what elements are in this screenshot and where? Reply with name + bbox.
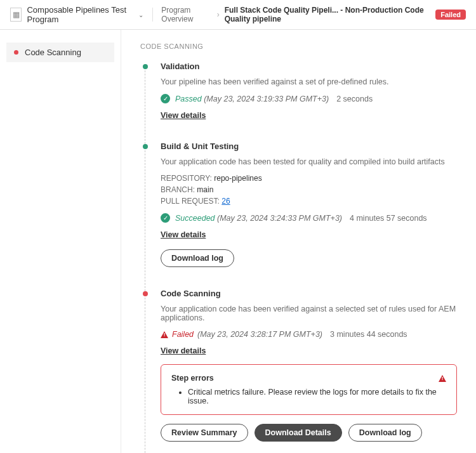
view-details-link[interactable]: View details <box>161 230 206 239</box>
warning-icon <box>161 331 168 338</box>
step-build: Build & Unit Testing Your application co… <box>143 141 457 289</box>
view-details-link[interactable]: View details <box>161 346 206 355</box>
view-details-link[interactable]: View details <box>161 111 206 120</box>
timestamp: (May 23, 2024 3:28:17 PM GMT+3) <box>197 330 322 339</box>
page-body: Code Scanning CODE SCANNING Validation Y… <box>0 30 476 453</box>
timestamp: (May 23, 2024 3:19:33 PM GMT+3) <box>204 95 329 103</box>
download-log-button[interactable]: Download log <box>161 249 234 267</box>
step-errors-box: Step errors Critical metrics failure. Pl… <box>161 364 457 415</box>
status-line: ✓ Succeeded (May 23, 2024 3:24:33 PM GMT… <box>161 213 457 223</box>
status-badge: Failed <box>435 10 466 20</box>
step-desc: Your application code has been tested fo… <box>161 157 457 166</box>
step-code-scanning: Code Scanning Your application code has … <box>143 289 457 453</box>
action-buttons: Review Summary Download Details Download… <box>161 424 457 442</box>
duration: 4 minutes 57 seconds <box>350 214 427 223</box>
check-circle-icon: ✓ <box>161 94 170 103</box>
step-errors-title: Step errors <box>171 374 214 383</box>
step-title: Code Scanning <box>161 289 457 298</box>
app-icon: ▦ <box>10 8 22 22</box>
status-text: Passed <box>175 95 202 103</box>
program-dropdown[interactable]: Composable Pipelines Test Program ⌄ <box>27 5 143 24</box>
section-label: CODE SCANNING <box>140 43 457 50</box>
timeline: Validation Your pipeline has been verifi… <box>143 62 457 453</box>
download-details-button[interactable]: Download Details <box>255 424 342 442</box>
check-circle-icon: ✓ <box>161 213 170 223</box>
download-log-button[interactable]: Download log <box>348 424 422 442</box>
review-summary-button[interactable]: Review Summary <box>161 424 248 442</box>
divider <box>152 8 153 22</box>
error-item: Critical metrics failure. Please review … <box>188 388 446 405</box>
status-text: Failed <box>172 330 194 339</box>
step-desc: Your pipeline has been verified against … <box>161 77 457 86</box>
status-line: Failed (May 23, 2024 3:28:17 PM GMT+3) 3… <box>161 330 457 339</box>
chevron-right-icon: › <box>217 10 220 19</box>
duration: 3 minutes 44 seconds <box>330 330 407 339</box>
duration: 2 seconds <box>336 95 373 103</box>
step-desc: Your application code has been verified … <box>161 305 457 322</box>
meta-pull-request: PULL REQUEST: 26 <box>161 197 457 206</box>
timestamp: (May 23, 2024 3:24:33 PM GMT+3) <box>217 214 342 223</box>
program-name: Composable Pipelines Test Program <box>27 5 135 24</box>
sidebar: Code Scanning <box>0 30 121 453</box>
meta-branch: BRANCH: main <box>161 185 457 194</box>
step-title: Validation <box>161 62 457 71</box>
chevron-down-icon: ⌄ <box>138 11 143 18</box>
step-validation: Validation Your pipeline has been verifi… <box>143 62 457 141</box>
step-title: Build & Unit Testing <box>161 141 457 151</box>
status-dot-icon <box>14 50 18 55</box>
step-status-dot-icon <box>143 144 148 149</box>
meta-repository: REPOSITORY: repo-pipelines <box>161 174 457 183</box>
breadcrumb: Program Overview › Full Stack Code Quali… <box>161 6 466 23</box>
sidebar-item-label: Code Scanning <box>25 48 81 57</box>
status-text: Succeeded <box>175 214 215 223</box>
step-status-dot-icon <box>143 64 148 69</box>
breadcrumb-item[interactable]: Program Overview <box>161 6 211 23</box>
header: ▦ Composable Pipelines Test Program ⌄ Pr… <box>0 0 476 30</box>
main-content: CODE SCANNING Validation Your pipeline h… <box>121 30 476 453</box>
warning-icon <box>439 375 446 382</box>
step-status-dot-icon <box>143 291 148 296</box>
status-line: ✓ Passed (May 23, 2024 3:19:33 PM GMT+3)… <box>161 94 457 103</box>
sidebar-item-code-scanning[interactable]: Code Scanning <box>6 43 114 62</box>
breadcrumb-current: Full Stack Code Quality Pipeli... - Non-… <box>225 6 431 23</box>
pull-request-link[interactable]: 26 <box>221 197 230 206</box>
